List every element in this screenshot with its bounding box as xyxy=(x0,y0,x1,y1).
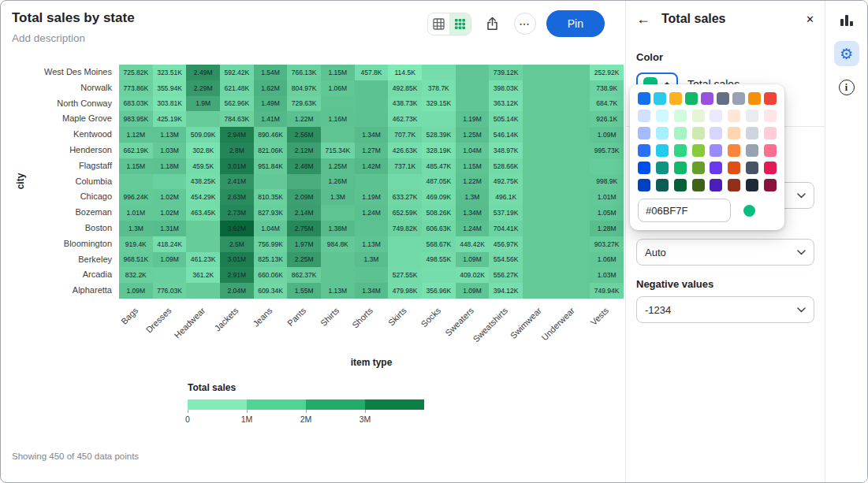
heatmap-cell[interactable]: 1.9M xyxy=(186,96,220,112)
heatmap-cell[interactable]: 1.24M xyxy=(456,221,490,236)
heatmap-cell[interactable]: 660.06K xyxy=(254,267,288,283)
heatmap-cell[interactable]: 1.31M xyxy=(153,221,187,236)
heatmap-cell[interactable]: 394.12K xyxy=(489,283,523,299)
close-icon[interactable]: ✕ xyxy=(806,13,814,25)
heatmap-cell[interactable]: 1.09M xyxy=(153,252,187,268)
heatmap-cell[interactable]: 1.3M xyxy=(456,189,490,205)
heatmap-cell[interactable]: 355.94K xyxy=(153,80,187,96)
heatmap-cell[interactable] xyxy=(557,111,590,127)
heatmap-cell[interactable]: 1.05M xyxy=(590,205,624,221)
heatmap-cell[interactable]: 1.27M xyxy=(355,143,389,158)
heatmap-cell[interactable] xyxy=(355,96,389,112)
heatmap-cell[interactable]: 2.91M xyxy=(220,267,254,283)
heatmap-cell[interactable]: 2.25M xyxy=(287,252,321,268)
palette-swatch[interactable] xyxy=(692,179,705,191)
heatmap-cell[interactable]: 3.01M xyxy=(220,252,254,268)
palette-swatch[interactable] xyxy=(728,144,740,157)
heatmap-cell[interactable]: 1.97M xyxy=(287,236,321,252)
heatmap-cell[interactable]: 1.49M xyxy=(254,96,288,112)
heatmap-cell[interactable]: 766.13K xyxy=(287,65,321,80)
heatmap-cell[interactable]: 1.01M xyxy=(590,189,624,205)
heatmap-cell[interactable] xyxy=(557,252,590,268)
heatmap-cell[interactable]: 348.97K xyxy=(489,143,523,158)
palette-swatch[interactable] xyxy=(692,162,705,174)
heatmap-cell[interactable] xyxy=(355,111,389,127)
heatmap-cell[interactable]: 303.81K xyxy=(153,96,187,112)
heatmap-cell[interactable] xyxy=(590,158,624,174)
heatmap-cell[interactable]: 2.41M xyxy=(220,174,254,190)
heatmap-cell[interactable]: 1.06M xyxy=(321,80,355,96)
heatmap-cell[interactable]: 438.25K xyxy=(186,174,220,190)
description-placeholder[interactable]: Add description xyxy=(12,32,135,44)
heatmap-cell[interactable]: 456.97K xyxy=(489,236,523,252)
heatmap-cell[interactable]: 114.5K xyxy=(388,65,422,80)
heatmap-cell[interactable] xyxy=(523,252,557,268)
heatmap-cell[interactable]: 398.03K xyxy=(489,80,523,96)
heatmap-cell[interactable] xyxy=(388,252,422,268)
palette-swatch[interactable] xyxy=(685,92,698,105)
heatmap-cell[interactable]: 568.67K xyxy=(422,236,456,252)
heatmap-cell[interactable]: 1.41M xyxy=(254,111,288,127)
heatmap-cell[interactable] xyxy=(355,80,389,96)
heatmap-cell[interactable]: 479.98K xyxy=(388,283,422,299)
heatmap-cell[interactable]: 492.75K xyxy=(489,174,523,190)
palette-swatch[interactable] xyxy=(674,127,687,139)
heatmap-cell[interactable]: 998.9K xyxy=(590,174,624,190)
heatmap-cell[interactable]: 409.02K xyxy=(456,267,490,283)
info-button[interactable]: i xyxy=(839,80,855,95)
palette-swatch[interactable] xyxy=(656,144,669,157)
heatmap-cell[interactable]: 756.99K xyxy=(254,236,288,252)
heatmap-cell[interactable]: 509.09K xyxy=(186,127,220,143)
heatmap-cell[interactable]: 505.14K xyxy=(489,111,523,127)
heatmap-cell[interactable]: 773.86K xyxy=(119,80,153,96)
heatmap-cell[interactable]: 776.03K xyxy=(153,283,187,299)
heatmap-cell[interactable]: 749.82K xyxy=(388,221,422,236)
heatmap-cell[interactable] xyxy=(557,65,590,80)
heatmap-cell[interactable]: 832.2K xyxy=(119,267,153,283)
heatmap-cell[interactable] xyxy=(321,252,355,268)
heatmap-cell[interactable]: 2.09M xyxy=(287,189,321,205)
heatmap-cell[interactable] xyxy=(287,174,321,190)
heatmap-cell[interactable] xyxy=(456,80,490,96)
heatmap-cell[interactable]: 2.63M xyxy=(220,189,254,205)
palette-swatch[interactable] xyxy=(728,110,740,122)
heatmap-cell[interactable]: 749.94K xyxy=(590,283,624,299)
heatmap-cell[interactable]: 739.12K xyxy=(489,65,523,80)
heatmap-cell[interactable]: 329.15K xyxy=(422,96,456,112)
heatmap-cell[interactable]: 862.37K xyxy=(287,267,321,283)
heatmap-cell[interactable]: 951.84K xyxy=(254,158,288,174)
heatmap-cell[interactable]: 2.94M xyxy=(220,127,254,143)
palette-swatch[interactable] xyxy=(746,162,758,174)
palette-swatch[interactable] xyxy=(674,179,687,191)
heatmap-cell[interactable]: 1.34M xyxy=(355,127,389,143)
heatmap-cell[interactable]: 1.25M xyxy=(456,127,490,143)
heatmap-cell[interactable] xyxy=(557,267,590,283)
heatmap-cell[interactable]: 1.09M xyxy=(119,283,153,299)
heatmap-cell[interactable]: 890.46K xyxy=(254,127,288,143)
heatmap-cell[interactable]: 1.3M xyxy=(119,221,153,236)
negative-values-select[interactable]: -1234 xyxy=(636,296,814,323)
heatmap-cell[interactable] xyxy=(523,158,557,174)
heatmap-cell[interactable]: 996.24K xyxy=(119,189,153,205)
heatmap-cell[interactable]: 1.04M xyxy=(456,143,490,158)
palette-swatch[interactable] xyxy=(638,110,650,122)
heatmap-cell[interactable]: 469.09K xyxy=(422,189,456,205)
heatmap-cell[interactable]: 1.54M xyxy=(254,65,288,80)
heatmap-cell[interactable]: 1.22M xyxy=(287,111,321,127)
heatmap-cell[interactable]: 425.19K xyxy=(153,111,187,127)
heatmap-cell[interactable]: 527.55K xyxy=(388,267,422,283)
heatmap-cell[interactable]: 1.15M xyxy=(456,158,490,174)
heatmap-cell[interactable]: 729.63K xyxy=(287,96,321,112)
heatmap-cell[interactable] xyxy=(355,221,389,236)
heatmap-cell[interactable]: 983.95K xyxy=(119,111,153,127)
palette-swatch[interactable] xyxy=(764,179,777,191)
heatmap-cell[interactable]: 606.63K xyxy=(422,221,456,236)
heatmap-cell[interactable]: 995.73K xyxy=(590,143,624,158)
heatmap-cell[interactable]: 556.27K xyxy=(489,267,523,283)
heatmap-cell[interactable]: 2.29M xyxy=(186,80,220,96)
heatmap-cell[interactable]: 2.75M xyxy=(287,221,321,236)
heatmap-cell[interactable]: 704.41K xyxy=(489,221,523,236)
heatmap-cell[interactable]: 1.62M xyxy=(254,80,288,96)
palette-swatch[interactable] xyxy=(764,127,777,139)
heatmap-cell[interactable]: 662.19K xyxy=(119,143,153,158)
